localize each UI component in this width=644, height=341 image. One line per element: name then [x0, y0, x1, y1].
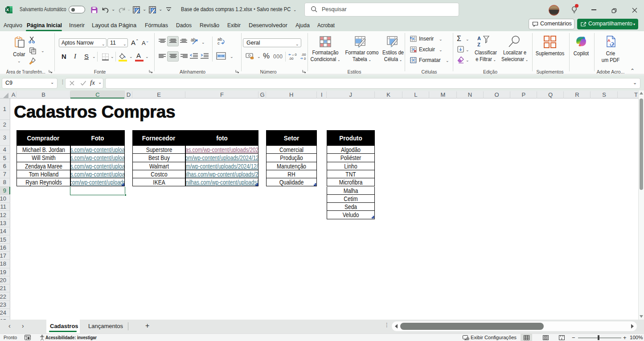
svg-text:.00: .00 [301, 53, 306, 57]
svg-text:A: A [477, 36, 481, 41]
svg-text:X: X [6, 7, 9, 12]
svg-text:0: 0 [304, 57, 306, 60]
svg-text:←0: ←0 [291, 53, 297, 57]
svg-text:.00: .00 [289, 57, 293, 60]
svg-text:Z: Z [477, 42, 480, 47]
svg-text:c: c [217, 41, 220, 45]
svg-text:A: A [607, 38, 611, 43]
